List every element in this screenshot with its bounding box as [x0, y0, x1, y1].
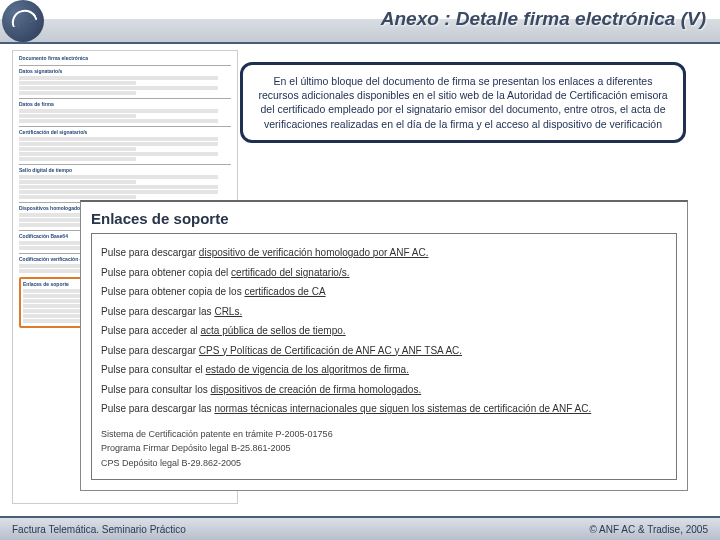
- support-link[interactable]: normas técnicas internacionales que sigu…: [214, 403, 591, 414]
- page-title: Anexo : Detalle firma electrónica (V): [381, 8, 706, 30]
- support-link[interactable]: acta pública de sellos de tiempo.: [201, 325, 346, 336]
- panel-inner-box: Pulse para descargar dispositivo de veri…: [91, 233, 677, 480]
- content-area: Documento firma electrónica Datos signat…: [0, 44, 720, 514]
- doc-thumb-section: Datos signatario/s: [19, 65, 231, 75]
- link-prefix: Pulse para obtener copia del: [101, 267, 231, 278]
- support-link[interactable]: CPS y Políticas de Certificación de ANF …: [199, 345, 462, 356]
- link-prefix: Pulse para descargar: [101, 247, 199, 258]
- support-link-line: Pulse para obtener copia de los certific…: [101, 285, 667, 299]
- support-link-line: Pulse para descargar las normas técnicas…: [101, 402, 667, 416]
- link-prefix: Pulse para descargar las: [101, 403, 214, 414]
- panel-footnote: Sistema de Certificación patente en trám…: [101, 428, 667, 441]
- support-link[interactable]: estado de vigencia de los algoritmos de …: [206, 364, 409, 375]
- link-prefix: Pulse para acceder al: [101, 325, 201, 336]
- support-link[interactable]: CRLs.: [214, 306, 242, 317]
- link-prefix: Pulse para consultar el: [101, 364, 206, 375]
- support-link-line: Pulse para consultar el estado de vigenc…: [101, 363, 667, 377]
- panel-footnote: Programa Firmar Depósito legal B-25.861-…: [101, 442, 667, 455]
- callout-text: En el último bloque del documento de fir…: [258, 75, 667, 130]
- doc-thumb-section: Sello digital de tiempo: [19, 164, 231, 174]
- link-prefix: Pulse para obtener copia de los: [101, 286, 244, 297]
- header: Anexo : Detalle firma electrónica (V): [0, 0, 720, 44]
- support-link-line: Pulse para obtener copia del certificado…: [101, 266, 667, 280]
- link-prefix: Pulse para consultar los: [101, 384, 211, 395]
- panel-heading: Enlaces de soporte: [91, 210, 677, 227]
- doc-thumb-title: Documento firma electrónica: [19, 55, 231, 62]
- enlarged-panel: Enlaces de soporte Pulse para descargar …: [80, 200, 688, 491]
- support-link[interactable]: certificado del signatario/s.: [231, 267, 349, 278]
- support-link-line: Pulse para descargar dispositivo de veri…: [101, 246, 667, 260]
- support-link[interactable]: dispositivo de verificación homologado p…: [199, 247, 429, 258]
- support-link-line: Pulse para descargar las CRLs.: [101, 305, 667, 319]
- logo-icon: [2, 0, 44, 42]
- support-link-line: Pulse para descargar CPS y Políticas de …: [101, 344, 667, 358]
- link-prefix: Pulse para descargar las: [101, 306, 214, 317]
- panel-footnote: CPS Depósito legal B-29.862-2005: [101, 457, 667, 470]
- link-prefix: Pulse para descargar: [101, 345, 199, 356]
- footer-right: © ANF AC & Tradise, 2005: [589, 524, 708, 535]
- support-link-line: Pulse para consultar los dispositivos de…: [101, 383, 667, 397]
- callout-box: En el último bloque del documento de fir…: [240, 62, 686, 143]
- doc-thumb-section: Datos de firma: [19, 98, 231, 108]
- footer: Factura Telemática. Seminario Práctico ©…: [0, 516, 720, 540]
- support-link[interactable]: dispositivos de creación de firma homolo…: [211, 384, 422, 395]
- support-link-line: Pulse para acceder al acta pública de se…: [101, 324, 667, 338]
- footer-left: Factura Telemática. Seminario Práctico: [12, 524, 186, 535]
- doc-thumb-section: Certificación del signatario/s: [19, 126, 231, 136]
- support-link[interactable]: certificados de CA: [244, 286, 325, 297]
